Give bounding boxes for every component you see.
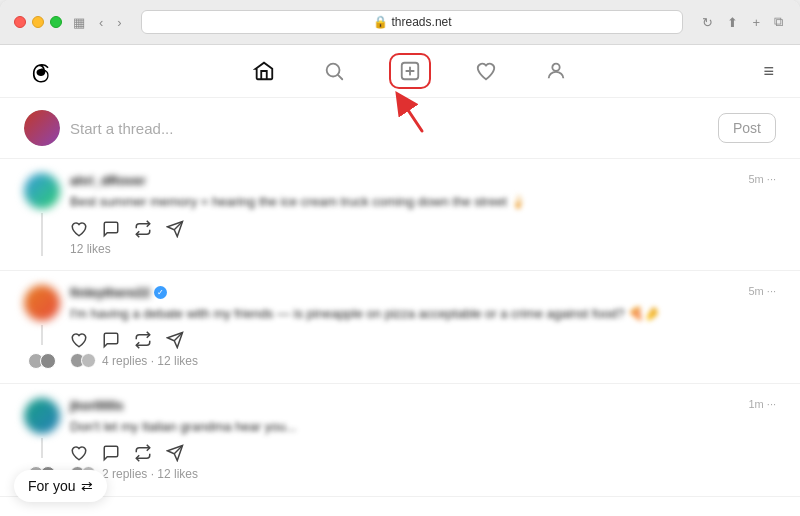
title-bar: ▦ ‹ › 🔒 threads.net ↻ ⬆ + ⧉	[0, 0, 800, 45]
address-bar[interactable]: 🔒 threads.net	[141, 10, 684, 34]
post-left-col	[24, 398, 60, 482]
share-button[interactable]	[166, 220, 184, 238]
nav-icons	[249, 53, 571, 89]
post-button[interactable]: Post	[718, 113, 776, 143]
post-text: Don't let my Italian grandma hear you...	[70, 417, 776, 437]
comment-icon	[102, 331, 120, 349]
post-avatar	[24, 398, 60, 434]
post-item: finleythere22 ✓ 5m ··· I'm having a deba…	[0, 271, 800, 384]
post-item: jhor000s 1m ··· Don't let my Italian gra…	[0, 384, 800, 497]
comment-icon	[102, 220, 120, 238]
maximize-button[interactable]	[50, 16, 62, 28]
post-body: jhor000s 1m ··· Don't let my Italian gra…	[70, 398, 776, 482]
post-left-col	[24, 285, 60, 369]
user-avatar	[24, 110, 60, 146]
post-header: ahri_dRover 5m ···	[70, 173, 776, 188]
threads-logo[interactable]	[24, 55, 56, 87]
send-icon	[166, 331, 184, 349]
for-you-footer[interactable]: For you ⇄	[14, 470, 107, 502]
post-meta: 5m ···	[748, 285, 776, 297]
post-actions	[70, 331, 776, 349]
likes-nav-button[interactable]	[471, 56, 501, 86]
post-left-col	[24, 173, 60, 256]
thread-line	[41, 438, 43, 458]
share-button[interactable]	[166, 331, 184, 349]
svg-point-2	[552, 64, 559, 71]
reload-button[interactable]: ↻	[699, 15, 716, 30]
comment-button[interactable]	[102, 444, 120, 462]
refresh-icon: ⇄	[81, 478, 93, 494]
post-actions	[70, 220, 776, 238]
nav-bar: ≡	[0, 45, 800, 98]
new-tab-button[interactable]: +	[749, 15, 763, 30]
search-icon	[323, 60, 345, 82]
post-actions	[70, 444, 776, 462]
heart-icon	[475, 60, 497, 82]
post-meta: 5m ···	[748, 173, 776, 185]
heart-action-icon	[70, 220, 88, 238]
thread-line	[41, 213, 43, 256]
comment-button[interactable]	[102, 220, 120, 238]
send-icon	[166, 444, 184, 462]
share-button[interactable]	[166, 444, 184, 462]
post-header: finleythere22 ✓ 5m ···	[70, 285, 776, 300]
post-body: finleythere22 ✓ 5m ··· I'm having a deba…	[70, 285, 776, 369]
feed: Start a thread... Post ahri_dRover 5m ··…	[0, 98, 800, 516]
repost-icon	[134, 331, 152, 349]
profile-nav-button[interactable]	[541, 56, 571, 86]
url-display: threads.net	[392, 15, 452, 29]
post-avatar	[24, 285, 60, 321]
app-content: ≡ Start a thread... Post	[0, 45, 800, 516]
post-username: jhor000s	[70, 398, 123, 413]
post-username: finleythere22	[70, 285, 150, 300]
home-icon	[253, 60, 275, 82]
close-button[interactable]	[14, 16, 26, 28]
comment-button[interactable]	[102, 331, 120, 349]
traffic-lights	[14, 16, 62, 28]
post-header: jhor000s 1m ···	[70, 398, 776, 413]
post-avatar	[24, 173, 60, 209]
like-button[interactable]	[70, 220, 88, 238]
for-you-label: For you	[28, 478, 75, 494]
like-button[interactable]	[70, 331, 88, 349]
repost-icon	[134, 220, 152, 238]
compose-placeholder[interactable]: Start a thread...	[70, 120, 708, 137]
post-meta: 1m ···	[748, 398, 776, 410]
home-nav-button[interactable]	[249, 56, 279, 86]
repost-button[interactable]	[134, 220, 152, 238]
menu-button[interactable]: ≡	[763, 61, 776, 82]
reply-info: 4 replies · 12 likes	[70, 353, 776, 368]
thread-line	[41, 325, 43, 345]
post-stats: 12 likes	[70, 242, 776, 256]
share-button[interactable]: ⬆	[724, 15, 741, 30]
search-nav-button[interactable]	[319, 56, 349, 86]
verified-badge: ✓	[154, 286, 167, 299]
heart-action-icon	[70, 444, 88, 462]
compose-area: Start a thread... Post	[0, 98, 800, 159]
compose-nav-button[interactable]	[389, 53, 431, 89]
post-item: ahri_dRover 5m ··· Best summer memory = …	[0, 159, 800, 271]
post-text: Best summer memory = hearing the ice cre…	[70, 192, 776, 212]
tabs-button[interactable]: ⧉	[771, 14, 786, 30]
sidebar-toggle-button[interactable]: ▦	[70, 15, 88, 30]
reply-avatars-col	[28, 353, 56, 369]
compose-icon	[399, 60, 421, 82]
profile-icon	[545, 60, 567, 82]
send-icon	[166, 220, 184, 238]
minimize-button[interactable]	[32, 16, 44, 28]
back-button[interactable]: ‹	[96, 15, 106, 30]
repost-icon	[134, 444, 152, 462]
post-stats: 4 replies · 12 likes	[102, 354, 198, 368]
comment-icon	[102, 444, 120, 462]
post-username: ahri_dRover	[70, 173, 146, 188]
reply-info: 2 replies · 12 likes	[70, 466, 776, 481]
post-text: I'm having a debate with my friends — is…	[70, 304, 776, 324]
post-stats: 2 replies · 12 likes	[102, 467, 198, 481]
lock-icon: 🔒	[373, 15, 388, 29]
forward-button[interactable]: ›	[114, 15, 124, 30]
like-button[interactable]	[70, 444, 88, 462]
heart-action-icon	[70, 331, 88, 349]
post-body: ahri_dRover 5m ··· Best summer memory = …	[70, 173, 776, 256]
repost-button[interactable]	[134, 331, 152, 349]
repost-button[interactable]	[134, 444, 152, 462]
